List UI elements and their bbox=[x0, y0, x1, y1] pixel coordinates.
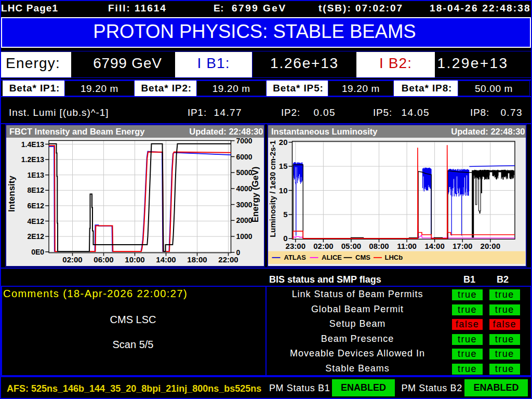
svg-text:11:00: 11:00 bbox=[397, 242, 417, 250]
svg-text:18:00: 18:00 bbox=[187, 255, 207, 263]
svg-text:Intensity: Intensity bbox=[7, 175, 17, 211]
svg-text:10: 10 bbox=[279, 185, 288, 194]
svg-text:6000: 6000 bbox=[236, 152, 252, 161]
svg-text:0E0: 0E0 bbox=[31, 247, 44, 256]
svg-text:Energy (GeV): Energy (GeV) bbox=[250, 166, 260, 222]
svg-text:14:00: 14:00 bbox=[424, 242, 444, 250]
svg-text:10:00: 10:00 bbox=[125, 255, 144, 263]
svg-text:02:00: 02:00 bbox=[62, 255, 82, 263]
svg-text:23:00: 23:00 bbox=[286, 242, 305, 250]
svg-text:CMS: CMS bbox=[355, 254, 370, 261]
svg-text:8E12: 8E12 bbox=[27, 186, 44, 194]
svg-text:1E13: 1E13 bbox=[27, 170, 44, 179]
svg-text:6E12: 6E12 bbox=[27, 201, 44, 209]
svg-text:08:00: 08:00 bbox=[369, 242, 389, 250]
svg-text:06:00: 06:00 bbox=[94, 255, 113, 263]
svg-text:1.2E13: 1.2E13 bbox=[21, 155, 45, 164]
svg-text:15: 15 bbox=[279, 162, 288, 170]
svg-text:Luminosity / 1e30 cm-2s-1: Luminosity / 1e30 cm-2s-1 bbox=[268, 140, 277, 237]
svg-text:5: 5 bbox=[283, 209, 287, 218]
svg-text:ATLAS: ATLAS bbox=[284, 254, 307, 261]
svg-text:20: 20 bbox=[279, 138, 288, 147]
svg-text:05:00: 05:00 bbox=[341, 242, 361, 250]
svg-text:22:00: 22:00 bbox=[218, 255, 238, 263]
svg-text:4E12: 4E12 bbox=[27, 217, 44, 225]
svg-text:20:00: 20:00 bbox=[481, 242, 500, 250]
svg-text:ALICE: ALICE bbox=[322, 254, 342, 261]
svg-text:1000: 1000 bbox=[236, 232, 252, 241]
svg-text:7000: 7000 bbox=[236, 138, 252, 145]
svg-text:14:00: 14:00 bbox=[156, 255, 176, 263]
svg-text:02:00: 02:00 bbox=[313, 242, 333, 250]
svg-text:17:00: 17:00 bbox=[453, 242, 472, 250]
svg-text:1.4E13: 1.4E13 bbox=[21, 140, 45, 148]
svg-text:LHCb: LHCb bbox=[385, 254, 403, 261]
svg-text:2E12: 2E12 bbox=[27, 232, 44, 241]
